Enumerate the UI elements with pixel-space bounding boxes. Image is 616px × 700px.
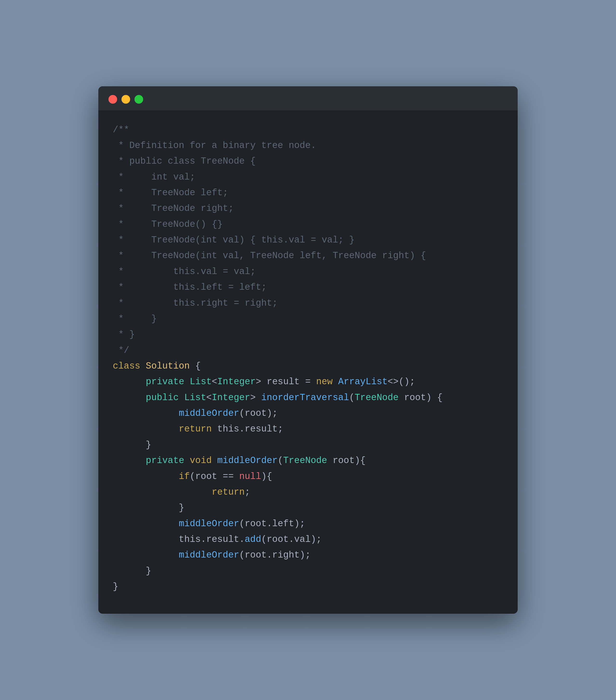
editor-window: /** * Definition for a binary tree node.… bbox=[98, 86, 518, 614]
code-content: /** * Definition for a binary tree node.… bbox=[113, 122, 503, 595]
close-button[interactable] bbox=[109, 95, 117, 104]
minimize-button[interactable] bbox=[122, 95, 130, 104]
maximize-button[interactable] bbox=[135, 95, 143, 104]
titlebar bbox=[98, 86, 518, 110]
code-editor: /** * Definition for a binary tree node.… bbox=[98, 110, 518, 614]
